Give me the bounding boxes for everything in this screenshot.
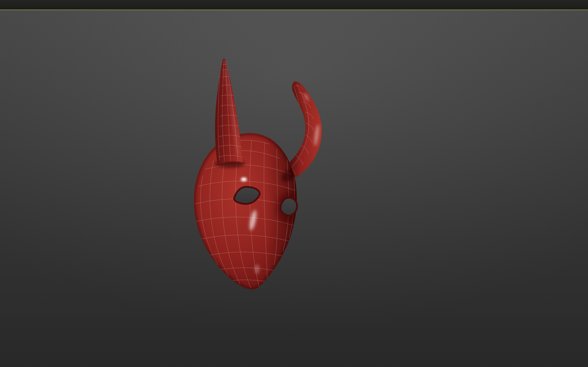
left-horn [215,59,245,168]
viewport-canvas[interactable] [0,0,588,367]
chin-glint [255,264,259,274]
mask-model[interactable] [194,59,322,290]
face [194,133,303,290]
brow-glint [241,177,247,181]
right-eye-hole [281,198,297,216]
top-menu-bar [0,0,588,10]
application-window [0,0,588,367]
